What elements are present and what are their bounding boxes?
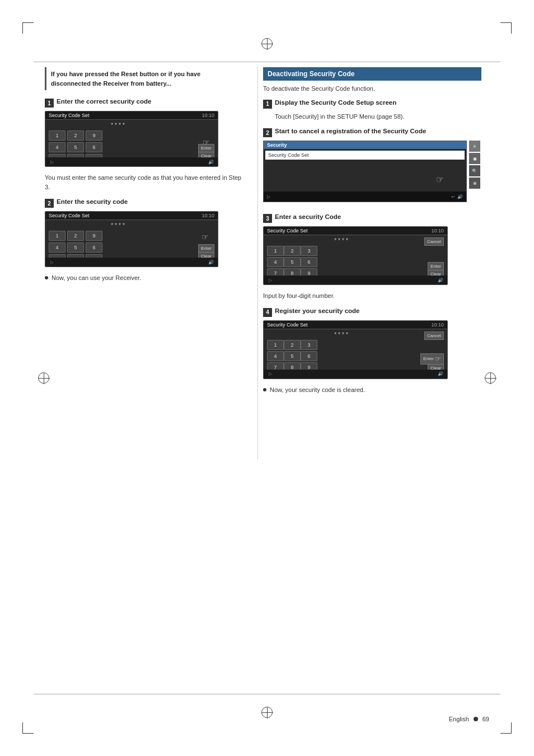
left-step-1-desc: You must enter the same security code as… xyxy=(45,173,246,192)
side-icon-1: ≡ xyxy=(469,141,480,152)
crop-mark-tl xyxy=(22,22,39,39)
screen-header-r3: Security Code Set 10:10 xyxy=(264,227,447,235)
side-icon-2: ◉ xyxy=(469,153,480,164)
screen-header-r4: Security Code Set 10:10 xyxy=(264,321,447,329)
right-step-1: 1 Display the Security Code Setup screen… xyxy=(263,99,481,122)
left-step-1: 1 Enter the correct security code Securi… xyxy=(45,98,246,192)
cursor-security: ☞ xyxy=(436,174,444,185)
enter-btn-r3[interactable]: Enter xyxy=(428,262,444,270)
right-step-3-title: 3 Enter a security Code xyxy=(263,213,481,223)
right-step-1-title: 1 Display the Security Code Setup screen xyxy=(263,99,481,109)
right-step-4: 4 Register your security code Security C… xyxy=(263,307,481,395)
enter-btn-r4[interactable]: Enter ☞ xyxy=(420,353,444,365)
screen-header-1: Security Code Set 10:10 xyxy=(45,111,218,120)
right-column: Deactivating Security Code To deactivate… xyxy=(263,67,481,401)
right-step-4-desc: Now, your security code is cleared. xyxy=(270,385,481,395)
right-step-4-title: 4 Register your security code xyxy=(263,307,481,317)
bullet-r4 xyxy=(263,388,266,391)
reg-mark-bottom xyxy=(261,707,273,718)
right-step-num-4: 4 xyxy=(263,308,272,317)
right-step-2-title: 2 Start to cancel a registration of the … xyxy=(263,128,481,137)
cursor-1: ☞ xyxy=(203,138,210,147)
right-step-2: 2 Start to cancel a registration of the … xyxy=(263,128,481,207)
screen-icon-left-2: ▷ xyxy=(49,259,55,265)
screen-mockup-right-3: Security Code Set 10:10 **** 1 2 3 4 5 xyxy=(263,226,448,290)
step-num-1: 1 xyxy=(45,99,54,108)
column-separator xyxy=(257,67,258,459)
left-step-1-title: 1 Enter the correct security code xyxy=(45,98,246,108)
left-step-2-title: 2 Enter the security code xyxy=(45,198,246,208)
right-intro: To deactivate the Security Code function… xyxy=(263,84,481,94)
footer-page-number: 69 xyxy=(483,716,489,722)
screen-icon-r3-right: 🔊 xyxy=(437,277,444,283)
crop-mark-bl xyxy=(22,717,39,734)
crop-mark-tr xyxy=(495,22,512,39)
screen-mockup-left-2: Security Code Set 10:10 **** 1 2 9 4 5 xyxy=(45,211,218,272)
left-column: If you have pressed the Reset button or … xyxy=(45,67,246,290)
footer-language: English xyxy=(449,716,469,722)
main-content: If you have pressed the Reset button or … xyxy=(45,67,489,689)
bullet-2 xyxy=(45,276,48,279)
cursor-r4: ☞ xyxy=(435,355,441,363)
hr-bottom xyxy=(34,694,500,694)
step-num-2: 2 xyxy=(45,199,54,208)
side-icons-panel: ≡ ◉ 🔍 ⊕ xyxy=(469,141,481,207)
security-icon-left: ▷ xyxy=(267,194,270,199)
side-icon-3: 🔍 xyxy=(469,165,480,176)
right-step-3: 3 Enter a security Code Security Code Se… xyxy=(263,213,481,301)
left-step-2: 2 Enter the security code Security Code … xyxy=(45,198,246,283)
page-footer: English 69 xyxy=(449,716,489,722)
warning-box: If you have pressed the Reset button or … xyxy=(45,67,246,90)
security-icon-right: 🔊 xyxy=(457,194,463,199)
crop-mark-br xyxy=(495,717,512,734)
right-step-num-3: 3 xyxy=(263,214,272,223)
screen-icon-r4-left: ▷ xyxy=(267,371,274,377)
screen-icon-r4-right: 🔊 xyxy=(437,371,444,377)
side-icon-4: ⊕ xyxy=(469,178,480,189)
security-icon-back: ↩ xyxy=(451,194,455,199)
security-menu-screen: Security Security Code Set ☞ ▷ ↩ 🔊 xyxy=(263,141,467,202)
cancel-btn-r3[interactable]: Cancel xyxy=(424,237,444,246)
screen-mockup-right-4: Security Code Set 10:10 **** 1 2 3 4 5 xyxy=(263,320,448,384)
screen-header-2: Security Code Set 10:10 xyxy=(45,212,218,220)
security-submenu-item: Security Code Set xyxy=(265,151,465,160)
screen-icon-right-1: 🔊 xyxy=(208,158,214,165)
cursor-2: ☞ xyxy=(202,232,209,241)
screen-icon-r3-left: ▷ xyxy=(267,277,274,283)
right-step-num-2: 2 xyxy=(263,128,272,137)
numpad-right-4: 1 2 3 4 5 6 7 8 9 xyxy=(267,340,417,372)
warning-text: If you have pressed the Reset button or … xyxy=(51,71,200,87)
cancel-btn-r4[interactable]: Cancel xyxy=(424,332,444,340)
security-screen-header: Security xyxy=(264,141,466,149)
hr-top xyxy=(34,62,500,62)
screen-mockup-left-1: Security Code Set 10:10 **** 1 2 9 4 5 xyxy=(45,111,218,171)
right-step-1-desc: Touch [Security] in the SETUP Menu (page… xyxy=(263,112,481,122)
numpad-right-3: 1 2 3 4 5 6 7 8 9 xyxy=(267,246,417,278)
screen-icon-right-2: 🔊 xyxy=(208,259,214,265)
section-header-deactivating: Deactivating Security Code xyxy=(263,67,481,81)
left-step-2-desc: Now, you can use your Receiver. xyxy=(51,273,246,283)
right-step-num-1: 1 xyxy=(263,100,272,109)
reg-mark-top xyxy=(261,38,273,49)
footer-dot xyxy=(474,717,478,721)
screen-icon-left-1: ▷ xyxy=(49,158,55,165)
right-step-3-desc: Input by four-digit number. xyxy=(263,291,481,301)
enter-btn-2[interactable]: Enter xyxy=(198,244,214,253)
